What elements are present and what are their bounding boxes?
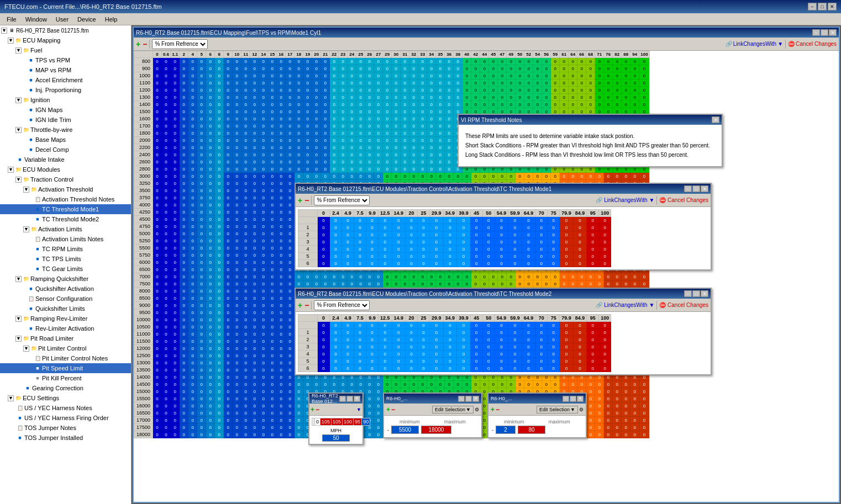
table-cell[interactable]: 0 <box>286 424 295 431</box>
table-cell[interactable]: 0 <box>233 309 241 316</box>
table-cell[interactable]: 0 <box>604 395 613 402</box>
table-cell[interactable]: 0 <box>383 151 392 158</box>
tc-mode2-cell[interactable]: 0 <box>470 343 482 351</box>
table-cell[interactable]: 0 <box>639 79 649 87</box>
table-cell[interactable]: 0 <box>312 123 321 130</box>
table-cell[interactable]: 0 <box>622 410 630 417</box>
table-cell[interactable]: 0 <box>374 417 383 424</box>
table-cell[interactable]: 0 <box>259 72 268 79</box>
tc-mode2-link[interactable]: 🔗 LinkChangesWith ▼ <box>596 302 654 308</box>
table-cell[interactable]: 0 <box>542 273 551 280</box>
table-cell[interactable]: 0 <box>542 173 551 180</box>
table-cell[interactable]: 0 <box>586 72 595 79</box>
tc-mode1-cell[interactable]: 0 <box>392 224 406 231</box>
table-cell[interactable]: 0 <box>259 230 268 237</box>
table-cell[interactable]: 0 <box>241 424 250 431</box>
tc-mode2-cell[interactable]: 0 <box>342 351 354 358</box>
tc-mode1-cell[interactable]: 0 <box>342 224 354 231</box>
table-cell[interactable]: 0 <box>250 345 259 352</box>
table-cell[interactable]: 0 <box>622 431 630 438</box>
tc-mode1-cell[interactable]: 0 <box>330 217 342 224</box>
table-cell[interactable]: 0 <box>224 180 233 187</box>
table-cell[interactable]: 0 <box>436 166 445 173</box>
tc-mode2-cell[interactable]: 0 <box>587 351 599 358</box>
table-cell[interactable]: 0 <box>622 94 630 101</box>
expand-act-thresh[interactable]: ▼ <box>23 187 29 193</box>
table-cell[interactable]: 0 <box>171 144 180 151</box>
table-cell[interactable]: 0 <box>286 158 295 166</box>
tc-mode2-cell[interactable]: 0 <box>587 358 599 365</box>
table-cell[interactable]: 0 <box>215 395 224 402</box>
table-cell[interactable]: 0 <box>551 273 560 280</box>
rpm-minimize[interactable]: − <box>458 396 465 402</box>
table-cell[interactable]: 0 <box>489 173 498 180</box>
table-cell[interactable]: 0 <box>286 130 295 137</box>
table-cell[interactable]: 0 <box>180 359 188 367</box>
table-cell[interactable]: 0 <box>312 87 321 94</box>
table-cell[interactable]: 0 <box>401 173 409 180</box>
table-cell[interactable]: 0 <box>595 381 604 388</box>
table-cell[interactable]: 0 <box>630 87 639 94</box>
table-cell[interactable]: 0 <box>162 130 171 137</box>
vi-small-minimize[interactable]: − <box>339 396 346 402</box>
tc-mode1-cell[interactable]: 0 <box>535 224 548 231</box>
table-cell[interactable]: 0 <box>224 352 233 359</box>
table-cell[interactable]: 0 <box>197 230 206 237</box>
table-cell[interactable]: 0 <box>259 381 268 388</box>
table-cell[interactable]: 0 <box>215 180 224 187</box>
table-cell[interactable]: 0 <box>268 87 277 94</box>
expand-tbw[interactable]: ▼ <box>15 127 22 133</box>
table-cell[interactable]: 0 <box>277 316 286 323</box>
table-cell[interactable]: 0 <box>259 309 268 316</box>
table-cell[interactable]: 0 <box>188 216 197 223</box>
tc-mode1-cell[interactable]: 0 <box>457 260 471 267</box>
table-cell[interactable]: 0 <box>268 417 277 424</box>
table-cell[interactable]: 0 <box>171 101 180 108</box>
table-cell[interactable]: 0 <box>268 374 277 381</box>
table-cell[interactable]: 0 <box>180 352 188 359</box>
tc-mode1-cell[interactable]: 0 <box>573 217 587 224</box>
table-cell[interactable]: 0 <box>542 65 551 72</box>
table-cell[interactable]: 0 <box>188 209 197 216</box>
table-cell[interactable]: 0 <box>356 101 365 108</box>
tps-title-btns[interactable]: − □ ✕ <box>563 396 584 402</box>
table-cell[interactable]: 0 <box>339 108 348 115</box>
table-cell[interactable]: 0 <box>215 87 224 94</box>
table-cell[interactable]: 0 <box>153 187 162 194</box>
table-cell[interactable]: 0 <box>604 431 613 438</box>
table-cell[interactable]: 0 <box>365 151 374 158</box>
table-cell[interactable]: 0 <box>277 280 286 288</box>
table-cell[interactable]: 0 <box>339 273 348 280</box>
table-cell[interactable]: 0 <box>206 431 215 438</box>
table-cell[interactable]: 0 <box>250 402 259 410</box>
table-cell[interactable]: 0 <box>241 65 250 72</box>
expand-ignition[interactable]: ▼ <box>15 97 22 103</box>
table-cell[interactable]: 0 <box>268 345 277 352</box>
vi-small-minus[interactable]: − <box>316 406 319 413</box>
table-cell[interactable]: 0 <box>303 137 312 144</box>
tc-mode2-cell[interactable]: 0 <box>392 343 406 351</box>
table-cell[interactable]: 0 <box>250 237 259 245</box>
table-cell[interactable]: 0 <box>171 187 180 194</box>
table-cell[interactable]: 0 <box>462 72 471 79</box>
tc-mode1-cell[interactable]: 0 <box>318 217 330 224</box>
table-cell[interactable]: 0 <box>162 173 171 180</box>
table-cell[interactable]: 0 <box>188 402 197 410</box>
table-cell[interactable]: 0 <box>401 94 409 101</box>
table-cell[interactable]: 0 <box>224 87 233 94</box>
table-cell[interactable]: 0 <box>524 101 533 108</box>
title-bar-buttons[interactable]: − □ ✕ <box>808 3 837 10</box>
table-cell[interactable]: 0 <box>215 209 224 216</box>
tc-mode2-cell[interactable]: 0 <box>342 322 354 329</box>
table-cell[interactable]: 0 <box>383 123 392 130</box>
tc-mode1-cell[interactable]: 0 <box>354 260 366 267</box>
table-cell[interactable]: 0 <box>286 201 295 209</box>
sidebar-pit-ctrl-notes[interactable]: 📋 Pit Limiter Control Notes <box>0 353 131 363</box>
tc-mode2-cell[interactable]: 0 <box>560 336 574 343</box>
table-cell[interactable]: 0 <box>224 280 233 288</box>
table-cell[interactable]: 0 <box>233 295 241 302</box>
table-cell[interactable]: 0 <box>197 115 206 123</box>
table-cell[interactable]: 0 <box>277 309 286 316</box>
table-cell[interactable]: 0 <box>197 280 206 288</box>
table-cell[interactable]: 0 <box>153 65 162 72</box>
